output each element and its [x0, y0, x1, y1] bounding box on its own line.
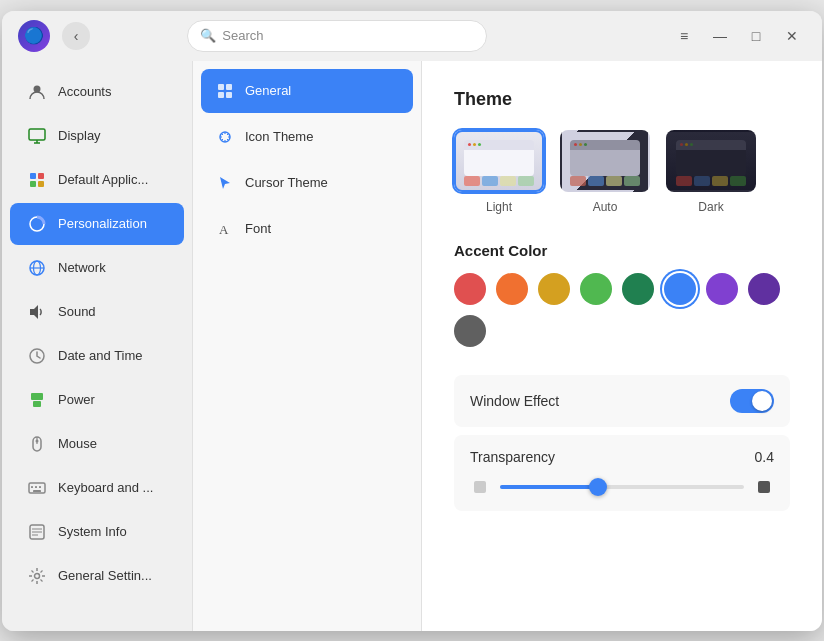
accent-purple-light[interactable] — [706, 273, 738, 305]
accent-blue[interactable] — [664, 273, 696, 305]
titlebar: 🔵 ‹ 🔍 Search ≡ — □ ✕ — [2, 11, 822, 61]
accent-green-dark[interactable] — [622, 273, 654, 305]
sidebar-item-date-time[interactable]: Date and Time — [10, 335, 184, 377]
sidebar-item-sound-label: Sound — [58, 304, 96, 319]
slider-track[interactable] — [500, 485, 744, 489]
sidebar-item-display-label: Display — [58, 128, 101, 143]
seg3 — [500, 176, 516, 186]
accent-yellow[interactable] — [538, 273, 570, 305]
sidebar-item-default-apps[interactable]: Default Applic... — [10, 159, 184, 201]
theme-auto[interactable]: Auto — [560, 130, 650, 214]
accent-orange[interactable] — [496, 273, 528, 305]
mini-body-auto — [570, 150, 640, 176]
search-icon: 🔍 — [200, 28, 216, 43]
sidebar-item-display[interactable]: Display — [10, 115, 184, 157]
general-item-icon — [215, 81, 235, 101]
maximize-button[interactable]: □ — [742, 22, 770, 50]
sidebar-item-accounts[interactable]: Accounts — [10, 71, 184, 113]
seg2 — [588, 176, 604, 186]
svg-rect-1 — [29, 129, 45, 140]
mini-window-auto — [570, 140, 640, 176]
seg4 — [624, 176, 640, 186]
dot1 — [468, 143, 471, 146]
seg1 — [570, 176, 586, 186]
window-effect-row: Window Effect — [454, 375, 790, 427]
svg-rect-21 — [33, 490, 41, 492]
sidebar-item-system-info-label: System Info — [58, 524, 127, 539]
mini-titlebar-dark — [676, 140, 746, 150]
middle-item-font[interactable]: A Font — [201, 207, 413, 251]
svg-rect-30 — [226, 92, 232, 98]
middle-item-general-label: General — [245, 83, 291, 98]
middle-item-cursor-theme[interactable]: Cursor Theme — [201, 161, 413, 205]
accent-purple-dark[interactable] — [748, 273, 780, 305]
sidebar-item-keyboard-label: Keyboard and ... — [58, 480, 153, 495]
theme-light-label: Light — [486, 200, 512, 214]
sound-icon — [26, 301, 48, 323]
svg-rect-29 — [218, 92, 224, 98]
close-icon: ✕ — [786, 28, 798, 44]
slider-container — [470, 477, 774, 497]
general-settings-icon — [26, 565, 48, 587]
sidebar-item-date-time-label: Date and Time — [58, 348, 143, 363]
slider-thumb[interactable] — [589, 478, 607, 496]
sidebar-item-sound[interactable]: Sound — [10, 291, 184, 333]
middle-item-general[interactable]: General — [201, 69, 413, 113]
minimize-icon: — — [713, 28, 727, 44]
sidebar-item-mouse-label: Mouse — [58, 436, 97, 451]
back-button[interactable]: ‹ — [62, 22, 90, 50]
transparency-header: Transparency 0.4 — [470, 449, 774, 465]
mini-body-light — [464, 150, 534, 176]
slider-fill — [500, 485, 598, 489]
dot2 — [579, 143, 582, 146]
sidebar-item-network[interactable]: Network — [10, 247, 184, 289]
sidebar-item-keyboard[interactable]: Keyboard and ... — [10, 467, 184, 509]
sidebar-item-power[interactable]: Power — [10, 379, 184, 421]
svg-rect-5 — [38, 181, 44, 187]
sidebar-item-default-apps-label: Default Applic... — [58, 172, 148, 187]
close-button[interactable]: ✕ — [778, 22, 806, 50]
sidebar-item-system-info[interactable]: System Info — [10, 511, 184, 553]
svg-marker-10 — [30, 305, 38, 319]
search-placeholder: Search — [222, 28, 263, 43]
search-bar[interactable]: 🔍 Search — [187, 20, 487, 52]
sidebar-item-general-settings-label: General Settin... — [58, 568, 152, 583]
middle-panel: General Icon Theme Curso — [192, 61, 422, 631]
sidebar-item-mouse[interactable]: Mouse — [10, 423, 184, 465]
menu-button[interactable]: ≡ — [670, 22, 698, 50]
theme-light-preview — [454, 130, 544, 192]
sidebar-item-personalization[interactable]: Personalization — [10, 203, 184, 245]
sidebar-item-general-settings[interactable]: General Settin... — [10, 555, 184, 597]
accent-red[interactable] — [454, 273, 486, 305]
dot2 — [473, 143, 476, 146]
middle-item-icon-theme-label: Icon Theme — [245, 129, 313, 144]
theme-light[interactable]: Light — [454, 130, 544, 214]
svg-rect-34 — [758, 481, 770, 493]
window-effect-label: Window Effect — [470, 393, 559, 409]
theme-auto-preview — [560, 130, 650, 192]
theme-dark[interactable]: Dark — [666, 130, 756, 214]
svg-rect-4 — [30, 181, 36, 187]
middle-item-icon-theme[interactable]: Icon Theme — [201, 115, 413, 159]
menu-icon: ≡ — [680, 28, 688, 44]
sidebar-item-power-label: Power — [58, 392, 95, 407]
middle-item-font-label: Font — [245, 221, 271, 236]
theme-dark-label: Dark — [698, 200, 723, 214]
theme-auto-label: Auto — [593, 200, 618, 214]
sidebar-item-accounts-label: Accounts — [58, 84, 111, 99]
seg1 — [676, 176, 692, 186]
icon-theme-item-icon — [215, 127, 235, 147]
slider-min-icon — [470, 477, 490, 497]
seg2 — [694, 176, 710, 186]
theme-section-title: Theme — [454, 89, 790, 110]
accent-green-light[interactable] — [580, 273, 612, 305]
theme-options: Light — [454, 130, 790, 214]
accent-gray[interactable] — [454, 315, 486, 347]
window-effect-toggle[interactable] — [730, 389, 774, 413]
date-time-icon — [26, 345, 48, 367]
svg-rect-20 — [39, 486, 41, 488]
cursor-theme-item-icon — [215, 173, 235, 193]
power-icon — [26, 389, 48, 411]
minimize-button[interactable]: — — [706, 22, 734, 50]
transparency-value: 0.4 — [755, 449, 774, 465]
